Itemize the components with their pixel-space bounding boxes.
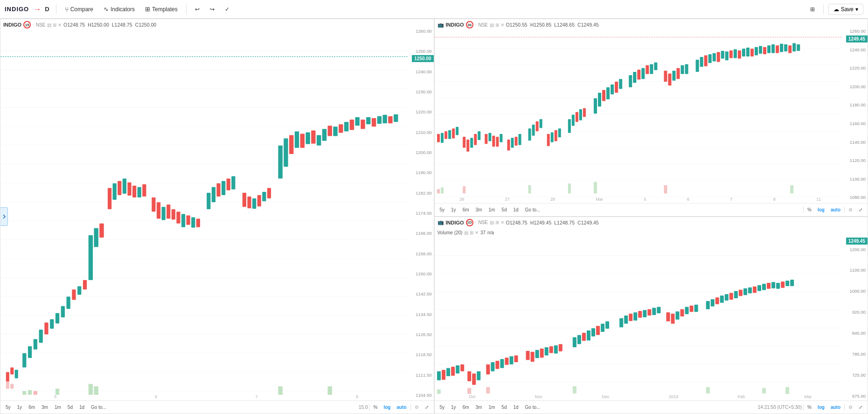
svg-rect-168 [664, 185, 667, 194]
svg-rect-201 [596, 326, 599, 335]
tf-1d-rb[interactable]: 1d [511, 404, 521, 411]
tf-1y[interactable]: 1y [15, 404, 25, 411]
settings-btn[interactable]: ⚙ [412, 404, 421, 411]
fullscreen-btn[interactable]: ⤢ [423, 404, 431, 411]
x-label: Oct [469, 394, 475, 399]
tf-5y[interactable]: 5y [3, 404, 13, 411]
log-btn[interactable]: log [381, 404, 393, 411]
svg-rect-236 [781, 281, 785, 288]
chart-left[interactable]: INDIGO 15 · NSE ▤ ⊞ ✕ O1248.75 H1250.00 … [0, 19, 434, 414]
rb-candle-area[interactable] [435, 238, 842, 401]
chart-right-top[interactable]: 📺 INDIGO 30 · NSE ▤ ⊞ ✕ O1250.55 H1250.8… [434, 19, 868, 217]
tf-1d[interactable]: 1d [77, 404, 87, 411]
tf-5y-rb[interactable]: 5y [437, 404, 447, 411]
svg-rect-29 [142, 184, 146, 196]
timeframe-label[interactable]: D [45, 6, 49, 13]
rt-candle-area[interactable] [435, 32, 842, 203]
fullscreen-btn-rt[interactable]: ⤢ [856, 206, 865, 213]
pct-btn[interactable]: % [371, 404, 380, 411]
svg-rect-203 [605, 321, 609, 329]
y-label: 1126.50 [416, 332, 431, 337]
svg-rect-225 [729, 293, 733, 300]
tf-1y-rt[interactable]: 1y [449, 206, 458, 213]
svg-rect-44 [227, 179, 230, 190]
svg-rect-101 [511, 138, 514, 147]
rb-ohlc: O1248.75 H1249.45 L1248.75 C1249.45 [506, 220, 599, 225]
indicators-button[interactable]: ∿ Indicators [100, 4, 139, 14]
goto-btn[interactable]: Go to... [89, 404, 109, 411]
left-candle-area[interactable] [0, 32, 408, 400]
auto-btn-rt[interactable]: auto [828, 206, 843, 213]
tf-6m-rb[interactable]: 6m [460, 404, 472, 411]
tf-3m-rt[interactable]: 3m [473, 206, 485, 213]
auto-btn-rb[interactable]: auto [828, 404, 843, 411]
svg-rect-49 [257, 195, 261, 206]
svg-rect-88 [452, 128, 455, 138]
tf-5y-rt[interactable]: 5y [437, 206, 447, 213]
svg-rect-69 [372, 118, 376, 126]
log-btn-rt[interactable]: log [815, 206, 827, 213]
tf-5d-rt[interactable]: 5d [499, 206, 509, 213]
svg-rect-126 [637, 70, 640, 79]
svg-rect-196 [572, 337, 576, 347]
svg-rect-66 [355, 117, 359, 126]
y-label: 1150.00 [416, 271, 431, 276]
tf-5d-rb[interactable]: 5d [499, 404, 509, 411]
tf-3m-rb[interactable]: 3m [473, 404, 485, 411]
svg-rect-241 [486, 387, 490, 393]
goto-btn-rb[interactable]: Go to... [523, 404, 543, 411]
svg-rect-200 [591, 328, 595, 336]
checkmark-icon: ✓ [225, 6, 229, 13]
chart-right-bottom[interactable]: 📺 INDIGO 1D · NSE ▤ ⊞ ✕ O1248.75 H1249.4… [434, 217, 868, 414]
tf-5d[interactable]: 5d [65, 404, 75, 411]
compare-button[interactable]: ⑂ Compare [61, 4, 97, 15]
y-label: 1000.00 [850, 288, 866, 294]
svg-rect-163 [441, 187, 444, 193]
save-button[interactable]: ☁ Save ▾ [828, 4, 863, 15]
svg-rect-54 [289, 135, 293, 154]
svg-rect-134 [676, 68, 680, 79]
log-btn-rb[interactable]: log [815, 404, 827, 411]
tf-6m[interactable]: 6m [26, 404, 37, 411]
goto-btn-rt[interactable]: Go to... [523, 206, 543, 213]
svg-rect-46 [243, 193, 246, 207]
templates-button[interactable]: ⊞ Templates [141, 4, 181, 14]
svg-rect-244 [762, 388, 766, 393]
tf-6m-rt[interactable]: 6m [460, 206, 472, 213]
fullscreen-btn-rb[interactable]: ⤢ [856, 404, 865, 411]
svg-rect-98 [496, 137, 499, 147]
svg-rect-112 [568, 119, 570, 133]
svg-rect-32 [161, 207, 165, 220]
tf-1m[interactable]: 1m [52, 404, 63, 411]
tf-1m-rb[interactable]: 1m [486, 404, 497, 411]
tf-1d-rt[interactable]: 1d [511, 206, 521, 213]
save-label: Save [841, 6, 854, 13]
settings-btn-rb[interactable]: ⚙ [846, 404, 855, 411]
svg-rect-184 [500, 359, 504, 368]
svg-rect-164 [463, 186, 465, 193]
redo-button[interactable]: ↪ [206, 4, 218, 14]
svg-rect-174 [446, 368, 450, 376]
tf-3m[interactable]: 3m [39, 404, 50, 411]
left-edge-expand-btn[interactable] [0, 207, 8, 226]
mark-button[interactable]: ✓ [221, 4, 233, 14]
x-label: 6 [155, 394, 157, 399]
svg-rect-181 [486, 364, 490, 374]
rb-right-controls: 14:21:50 (UTC+5:30) % log auto ⚙ ⤢ [758, 404, 865, 411]
pct-btn-rt[interactable]: % [805, 206, 814, 213]
svg-rect-221 [710, 299, 714, 307]
rt-price-label: 1249.45 [846, 35, 868, 42]
tf-1m-rt[interactable]: 1m [486, 206, 497, 213]
svg-rect-52 [278, 146, 282, 179]
auto-btn[interactable]: auto [394, 404, 409, 411]
left-ohlc: O1248.75 H1250.00 L1248.75 C1250.00 [63, 22, 156, 28]
layout-button[interactable]: ⊞ [806, 4, 819, 14]
undo-button[interactable]: ↩ [191, 4, 203, 14]
tf-1y-rb[interactable]: 1y [449, 404, 458, 411]
settings-btn-rt[interactable]: ⚙ [846, 206, 855, 213]
rb-tf-badge: 1D [466, 219, 473, 226]
svg-rect-180 [477, 371, 480, 380]
svg-rect-195 [558, 344, 562, 351]
svg-rect-100 [507, 140, 510, 151]
pct-btn-rb[interactable]: % [805, 404, 814, 411]
